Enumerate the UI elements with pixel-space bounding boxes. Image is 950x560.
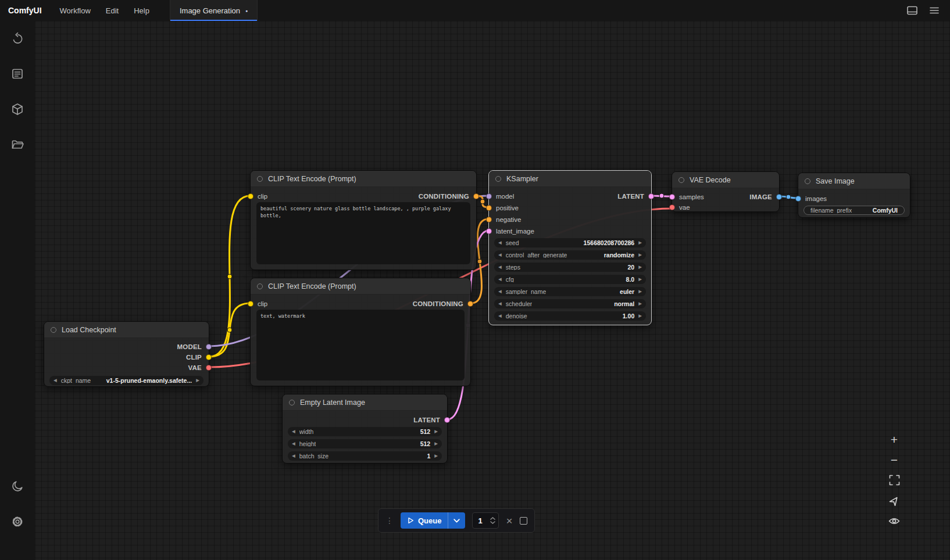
decrement-arrow-icon[interactable]: ◀ [498, 314, 502, 318]
input-port-samples[interactable] [669, 194, 675, 200]
decrement-arrow-icon[interactable]: ◀ [292, 429, 295, 434]
widget-steps[interactable]: ◀ steps 20 ▶ [494, 263, 646, 272]
input-port-latent-image[interactable] [486, 228, 492, 234]
menu-workflow[interactable]: Workflow [52, 0, 98, 21]
sidebar-queue-button[interactable] [8, 64, 27, 83]
node-header[interactable]: KSampler [489, 171, 651, 187]
collapse-dot-icon[interactable] [257, 283, 263, 289]
widget-ckpt-name[interactable]: ◀ ckpt_name v1-5-pruned-emaonly.safete..… [49, 376, 203, 385]
batch-count-stepper[interactable]: 1 [472, 512, 499, 529]
widget-scheduler[interactable]: ◀ scheduler normal ▶ [494, 299, 646, 308]
increment-arrow-icon[interactable]: ▶ [196, 378, 199, 383]
decrement-arrow-icon[interactable]: ◀ [53, 378, 57, 383]
tab-image-generation[interactable]: Image Generation ● [170, 0, 258, 21]
widget-height[interactable]: ◀ height 512 ▶ [288, 439, 442, 448]
increment-arrow-icon[interactable]: ▶ [638, 314, 642, 318]
fit-view-button[interactable] [885, 472, 903, 489]
widget-denoise[interactable]: ◀ denoise 1.00 ▶ [494, 311, 646, 321]
clear-queue-icon[interactable]: × [506, 515, 512, 526]
prompt-textarea[interactable]: text, watermark [256, 310, 465, 380]
queue-button[interactable]: Queue [401, 512, 465, 529]
widget-batch-size[interactable]: ◀ batch_size 1 ▶ [288, 451, 442, 461]
collapse-dot-icon[interactable] [805, 178, 810, 184]
output-port-image[interactable] [776, 194, 782, 200]
input-port-negative[interactable] [486, 217, 492, 222]
node-header[interactable]: CLIP Text Encode (Prompt) [251, 171, 476, 187]
widget-control-after-generate[interactable]: ◀ control_after_generate randomize ▶ [494, 250, 646, 260]
collapse-dot-icon[interactable] [257, 176, 263, 182]
sidebar-history-button[interactable] [8, 29, 27, 48]
menu-help[interactable]: Help [126, 0, 157, 21]
output-port-vae[interactable] [206, 365, 212, 371]
collapse-dot-icon[interactable] [678, 177, 684, 183]
decrement-arrow-icon[interactable]: ◀ [498, 277, 502, 282]
node-ksampler[interactable]: KSampler model LATENT positive negative … [488, 170, 652, 325]
output-port-latent[interactable] [648, 193, 654, 199]
node-empty-latent-image[interactable]: Empty Latent Image LATENT ◀ width 512 ▶ … [282, 394, 448, 464]
stepper-down-icon[interactable] [490, 521, 495, 524]
node-header[interactable]: Load Checkpoint [44, 322, 209, 338]
zoom-in-button[interactable]: + [885, 431, 903, 448]
increment-arrow-icon[interactable]: ▶ [638, 253, 642, 257]
input-port-clip[interactable] [248, 301, 253, 307]
stepper-up-icon[interactable] [490, 517, 495, 520]
increment-arrow-icon[interactable]: ▶ [638, 265, 642, 270]
drag-handle-icon[interactable]: ⋮ [385, 516, 394, 525]
decrement-arrow-icon[interactable]: ◀ [292, 454, 295, 458]
input-port-clip[interactable] [248, 193, 253, 199]
theme-toggle-button[interactable] [8, 477, 27, 496]
node-save-image[interactable]: Save Image images filename_prefix ComfyU… [798, 173, 910, 218]
widget-width[interactable]: ◀ width 512 ▶ [288, 427, 442, 436]
decrement-arrow-icon[interactable]: ◀ [292, 441, 295, 446]
decrement-arrow-icon[interactable]: ◀ [498, 289, 502, 294]
output-port-conditioning[interactable] [467, 301, 473, 307]
increment-arrow-icon[interactable]: ▶ [638, 240, 642, 245]
node-vae-decode[interactable]: VAE Decode samples IMAGE vae [672, 171, 780, 212]
decrement-arrow-icon[interactable]: ◀ [498, 253, 502, 257]
node-header[interactable]: Empty Latent Image [283, 394, 447, 411]
widget-filename-prefix[interactable]: filename_prefix ComfyUI [803, 206, 905, 215]
output-port-conditioning[interactable] [473, 193, 479, 199]
node-header[interactable]: CLIP Text Encode (Prompt) [251, 278, 470, 295]
output-port-clip[interactable] [206, 354, 212, 360]
increment-arrow-icon[interactable]: ▶ [638, 289, 642, 294]
increment-arrow-icon[interactable]: ▶ [434, 429, 438, 434]
increment-arrow-icon[interactable]: ▶ [434, 454, 438, 458]
collapse-dot-icon[interactable] [495, 176, 501, 182]
collapse-dot-icon[interactable] [51, 327, 56, 333]
increment-arrow-icon[interactable]: ▶ [638, 301, 642, 306]
batch-count-value[interactable]: 1 [478, 516, 490, 525]
node-load-checkpoint[interactable]: Load Checkpoint MODEL CLIP VAE ◀ ckpt_na… [44, 321, 209, 387]
sidebar-workflows-button[interactable] [8, 135, 27, 154]
prompt-textarea[interactable]: beautiful scenery nature glass bottle la… [256, 202, 470, 264]
node-clip-text-encode-positive[interactable]: CLIP Text Encode (Prompt) clip CONDITION… [250, 170, 477, 270]
decrement-arrow-icon[interactable]: ◀ [498, 240, 502, 245]
output-port-latent[interactable] [444, 417, 450, 423]
settings-button[interactable] [8, 512, 27, 531]
widget-seed[interactable]: ◀ seed 156680208700286 ▶ [494, 238, 646, 247]
node-header[interactable]: Save Image [798, 173, 910, 189]
output-port-model[interactable] [206, 344, 212, 350]
select-mode-button[interactable] [885, 492, 903, 509]
decrement-arrow-icon[interactable]: ◀ [498, 265, 502, 270]
node-clip-text-encode-negative[interactable]: CLIP Text Encode (Prompt) clip CONDITION… [250, 278, 471, 386]
stop-icon[interactable] [520, 517, 527, 525]
zoom-out-button[interactable]: − [885, 451, 903, 468]
collapse-dot-icon[interactable] [289, 400, 295, 405]
queue-options-button[interactable] [448, 512, 465, 529]
input-port-vae[interactable] [669, 204, 675, 210]
widget-sampler-name[interactable]: ◀ sampler_name euler ▶ [494, 287, 646, 296]
sidebar-models-button[interactable] [8, 100, 27, 119]
decrement-arrow-icon[interactable]: ◀ [498, 301, 502, 306]
input-port-positive[interactable] [486, 205, 492, 211]
node-header[interactable]: VAE Decode [672, 172, 779, 188]
widget-cfg[interactable]: ◀ cfg 8.0 ▶ [494, 275, 646, 284]
input-port-model[interactable] [486, 193, 492, 199]
increment-arrow-icon[interactable]: ▶ [638, 277, 642, 282]
increment-arrow-icon[interactable]: ▶ [434, 441, 438, 446]
toggle-bottom-panel-button[interactable] [903, 2, 921, 19]
main-menu-button[interactable] [926, 2, 943, 19]
toggle-visibility-button[interactable] [885, 512, 903, 529]
menu-edit[interactable]: Edit [98, 0, 126, 21]
input-port-images[interactable] [795, 196, 801, 202]
